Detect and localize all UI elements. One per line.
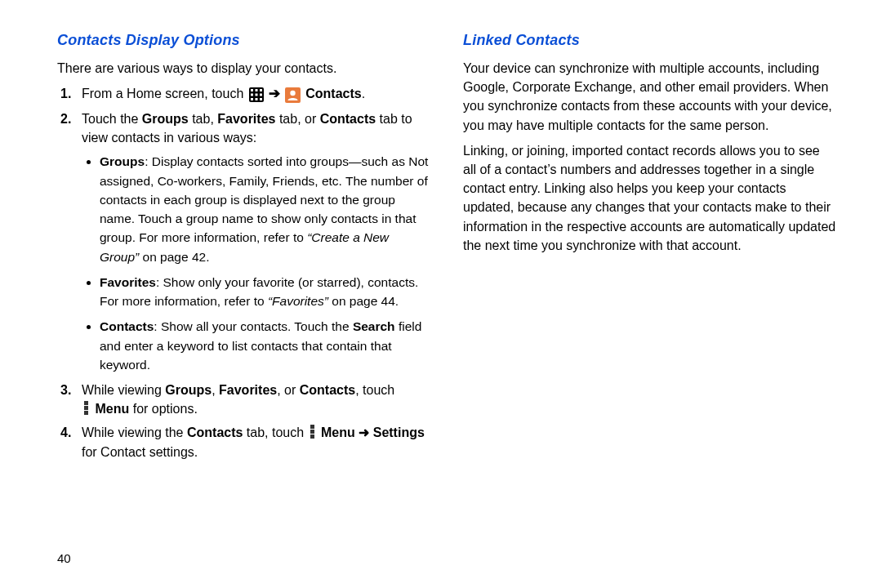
step-3: While viewing Groups, Favorites, or Cont… bbox=[57, 381, 430, 418]
intro-text: There are various ways to display your c… bbox=[57, 59, 430, 78]
sub-bullets: Groups: Display contacts sorted into gro… bbox=[82, 152, 430, 374]
overflow-menu-icon bbox=[84, 401, 89, 415]
svg-rect-5 bbox=[255, 94, 257, 96]
steps-list: From a Home screen, touch ➔ Contacts. To… bbox=[57, 84, 430, 461]
contacts-icon bbox=[285, 87, 301, 103]
linked-para-1: Your device can synchronize with multipl… bbox=[463, 59, 836, 135]
heading-linked-contacts: Linked Contacts bbox=[463, 29, 836, 51]
page-number: 40 bbox=[57, 551, 71, 565]
svg-point-11 bbox=[290, 91, 295, 96]
step-2: Touch the Groups tab, Favorites tab, or … bbox=[57, 109, 430, 374]
svg-rect-7 bbox=[251, 98, 253, 100]
svg-rect-4 bbox=[251, 94, 253, 96]
left-column: Contacts Display Options There are vario… bbox=[57, 29, 430, 466]
bullet-contacts: Contacts: Show all your contacts. Touch … bbox=[100, 317, 430, 374]
svg-rect-9 bbox=[260, 98, 262, 100]
svg-rect-3 bbox=[260, 89, 262, 91]
linked-para-2: Linking, or joining, imported contact re… bbox=[463, 141, 836, 255]
arrow-right-icon: ➔ bbox=[269, 86, 280, 101]
svg-rect-6 bbox=[260, 94, 262, 96]
apps-grid-icon bbox=[249, 87, 264, 102]
bullet-favorites: Favorites: Show only your favorite (or s… bbox=[100, 273, 430, 311]
svg-rect-1 bbox=[251, 89, 253, 91]
bullet-groups: Groups: Display contacts sorted into gro… bbox=[100, 152, 430, 266]
overflow-menu-icon bbox=[310, 425, 315, 439]
step-1: From a Home screen, touch ➔ Contacts. bbox=[57, 84, 430, 105]
step-4: While viewing the Contacts tab, touch Me… bbox=[57, 423, 430, 461]
svg-rect-2 bbox=[255, 89, 257, 91]
svg-rect-8 bbox=[255, 98, 257, 100]
heading-contacts-display-options: Contacts Display Options bbox=[57, 29, 430, 51]
right-column: Linked Contacts Your device can synchron… bbox=[463, 29, 836, 466]
